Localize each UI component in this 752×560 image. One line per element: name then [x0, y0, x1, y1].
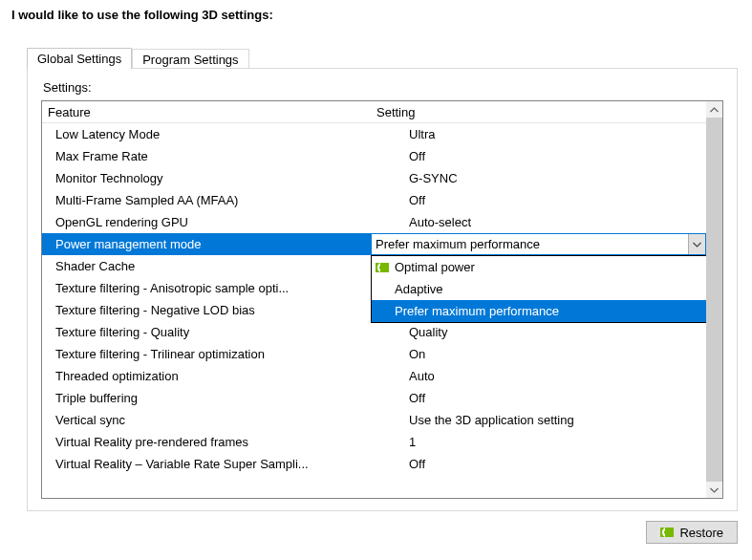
setting-cell: On	[371, 343, 706, 365]
restore-button-label: Restore	[679, 526, 723, 540]
page-heading: I would like to use the following 3D set…	[11, 6, 741, 45]
setting-cell: Auto-select	[371, 211, 706, 233]
table-row[interactable]: Virtual Reality – Variable Rate Super Sa…	[42, 453, 706, 475]
feature-cell: Threaded optimization	[42, 365, 371, 387]
table-row[interactable]: Texture filtering - Trilinear optimizati…	[42, 343, 706, 365]
feature-cell: Virtual Reality pre-rendered frames	[42, 431, 371, 453]
settings-header-row: Feature Setting	[42, 101, 706, 123]
setting-cell: Off	[371, 453, 706, 475]
table-row[interactable]: Max Frame RateOff	[42, 145, 706, 167]
table-row[interactable]: Texture filtering - QualityQuality	[42, 321, 706, 343]
scroll-thumb[interactable]	[706, 118, 722, 482]
setting-cell: Off	[371, 145, 706, 167]
column-header-setting[interactable]: Setting	[371, 101, 706, 122]
scroll-up-button[interactable]	[706, 101, 722, 118]
feature-cell: Shader Cache	[42, 255, 371, 277]
settings-rows: Low Latency ModeUltraMax Frame RateOffMo…	[42, 123, 706, 475]
feature-cell: OpenGL rendering GPU	[42, 211, 371, 233]
feature-cell: Texture filtering - Anisotropic sample o…	[42, 277, 371, 299]
feature-cell: Monitor Technology	[42, 167, 371, 189]
setting-cell: Quality	[371, 321, 706, 343]
chevron-up-icon	[710, 107, 719, 113]
chevron-down-icon	[693, 242, 701, 248]
table-row[interactable]: Triple bufferingOff	[42, 387, 706, 409]
nvidia-icon	[660, 528, 674, 537]
setting-cell: Ultra	[371, 123, 706, 145]
scroll-down-button[interactable]	[706, 482, 722, 498]
table-row[interactable]: Threaded optimizationAuto	[42, 365, 706, 387]
dropdown-option[interactable]: Prefer maximum performance	[372, 300, 706, 322]
feature-cell: Texture filtering - Quality	[42, 321, 371, 343]
feature-cell: Virtual Reality – Variable Rate Super Sa…	[42, 453, 371, 475]
global-settings-panel: Settings: Feature Setting Low Latency Mo…	[27, 68, 738, 511]
table-row[interactable]: Monitor TechnologyG-SYNC	[42, 167, 706, 189]
feature-cell: Low Latency Mode	[42, 123, 371, 145]
feature-cell: Vertical sync	[42, 409, 371, 431]
feature-cell: Triple buffering	[42, 387, 371, 409]
tab-strip: Global Settings Program Settings	[27, 45, 741, 68]
setting-cell: Use the 3D application setting	[371, 409, 706, 431]
dropdown-option[interactable]: Adaptive	[372, 278, 706, 300]
settings-label: Settings:	[43, 80, 723, 95]
vertical-scrollbar[interactable]	[706, 101, 722, 498]
table-row[interactable]: OpenGL rendering GPUAuto-select	[42, 211, 706, 233]
settings-table: Feature Setting Low Latency ModeUltraMax…	[41, 100, 723, 499]
setting-cell: G-SYNC	[371, 167, 706, 189]
table-row[interactable]: Vertical syncUse the 3D application sett…	[42, 409, 706, 431]
feature-cell: Texture filtering - Negative LOD bias	[42, 299, 371, 321]
action-row: Restore	[27, 511, 738, 544]
restore-button[interactable]: Restore	[646, 521, 738, 544]
setting-combobox-value: Prefer maximum performance	[372, 237, 688, 251]
tab-global-settings[interactable]: Global Settings	[27, 48, 132, 69]
column-header-feature[interactable]: Feature	[42, 101, 371, 122]
dropdown-option[interactable]: Optimal power	[372, 256, 706, 278]
setting-cell: Auto	[371, 365, 706, 387]
setting-cell: Off	[371, 189, 706, 211]
setting-cell: Off	[371, 387, 706, 409]
nvidia-icon	[376, 263, 389, 272]
combobox-dropdown-button[interactable]	[688, 234, 705, 254]
feature-cell: Max Frame Rate	[42, 145, 371, 167]
chevron-down-icon	[710, 487, 719, 493]
table-row[interactable]: Virtual Reality pre-rendered frames1	[42, 431, 706, 453]
table-row[interactable]: Multi-Frame Sampled AA (MFAA)Off	[42, 189, 706, 211]
setting-dropdown-list[interactable]: Optimal powerAdaptivePrefer maximum perf…	[371, 255, 706, 323]
setting-combobox[interactable]: Prefer maximum performance	[371, 233, 706, 255]
feature-cell: Multi-Frame Sampled AA (MFAA)	[42, 189, 371, 211]
tab-program-settings[interactable]: Program Settings	[132, 49, 248, 70]
feature-cell: Power management mode	[42, 233, 371, 255]
setting-cell: 1	[371, 431, 706, 453]
table-row[interactable]: Low Latency ModeUltra	[42, 123, 706, 145]
feature-cell: Texture filtering - Trilinear optimizati…	[42, 343, 371, 365]
